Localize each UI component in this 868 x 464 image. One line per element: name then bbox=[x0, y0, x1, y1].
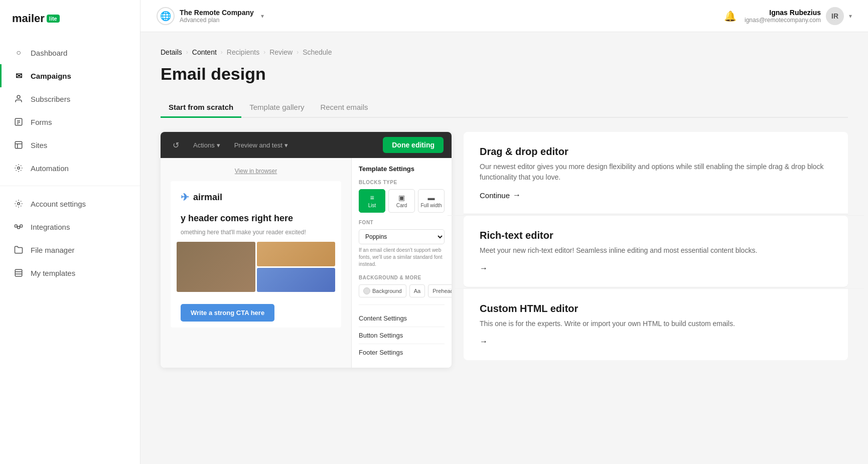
sidebar: mailer lite ○ Dashboard ✉ Campaigns Subs… bbox=[0, 0, 140, 464]
sidebar-item-label: Campaigns bbox=[31, 72, 71, 80]
my-templates-icon bbox=[14, 268, 24, 278]
block-type-card-label: Card bbox=[396, 203, 407, 208]
company-selector[interactable]: 🌐 The Remote Company Advanced plan ▾ bbox=[157, 7, 264, 25]
background-button[interactable]: Background bbox=[359, 284, 406, 297]
sidebar-item-label: Automation bbox=[31, 164, 69, 173]
undo-button[interactable]: ↺ bbox=[169, 138, 183, 152]
tabs: Start from scratch Template gallery Rece… bbox=[161, 98, 848, 118]
breadcrumb-sep-4: › bbox=[297, 49, 299, 56]
file-manager-icon bbox=[14, 245, 24, 255]
preheader-button[interactable]: Preheader bbox=[428, 284, 452, 297]
email-logo-name: airmail bbox=[193, 192, 222, 203]
breadcrumb-details[interactable]: Details bbox=[161, 48, 182, 56]
page-body: Details › Content › Recipients › Review … bbox=[140, 32, 868, 464]
topbar-right: 🔔 Ignas Rubezius ignas@remotecompany.com… bbox=[724, 7, 852, 25]
rich-text-arrow-icon: → bbox=[480, 264, 488, 273]
actions-chevron-icon: ▾ bbox=[217, 141, 220, 149]
font-select[interactable]: Poppins bbox=[359, 229, 445, 244]
sidebar-item-integrations[interactable]: Integrations bbox=[0, 215, 140, 238]
automation-icon bbox=[14, 163, 24, 173]
bg-more-label: BACKGROUND & MORE bbox=[359, 275, 445, 280]
company-name: The Remote Company bbox=[180, 9, 254, 17]
bg-more-section: BACKGROUND & MORE Background Aa bbox=[359, 275, 445, 297]
preview-card: ↺ Actions ▾ Preview and test ▾ Done edit… bbox=[161, 132, 452, 368]
custom-html-desc: This one is for the experts. Write or im… bbox=[480, 319, 832, 329]
actions-button[interactable]: Actions ▾ bbox=[189, 139, 224, 151]
text-style-label: Aa bbox=[414, 288, 420, 294]
sidebar-item-forms[interactable]: Forms bbox=[0, 110, 140, 133]
blocks-type-selector: ≡ List ▣ Card ▬ Full width bbox=[359, 189, 445, 213]
block-type-card[interactable]: ▣ Card bbox=[388, 189, 415, 213]
svg-point-0 bbox=[17, 95, 20, 98]
bell-icon[interactable]: 🔔 bbox=[724, 10, 737, 22]
nav-divider bbox=[0, 186, 140, 186]
email-cta-button[interactable]: Write a strong CTA here bbox=[181, 304, 274, 322]
settings-divider bbox=[359, 304, 445, 305]
sidebar-item-my-templates[interactable]: My templates bbox=[0, 261, 140, 284]
email-image-2 bbox=[257, 242, 336, 266]
content-settings-item[interactable]: Content Settings bbox=[359, 310, 445, 327]
svg-rect-15 bbox=[15, 269, 22, 276]
sidebar-item-label: Subscribers bbox=[31, 95, 70, 103]
breadcrumb-recipients[interactable]: Recipients bbox=[227, 48, 259, 56]
globe-icon: 🌐 bbox=[157, 7, 175, 25]
subscribers-icon bbox=[14, 94, 24, 104]
custom-html-continue-link[interactable]: → bbox=[480, 337, 832, 346]
sidebar-item-automation[interactable]: Automation bbox=[0, 157, 140, 180]
sidebar-item-campaigns[interactable]: ✉ Campaigns bbox=[0, 64, 140, 87]
bg-more-buttons: Background Aa Preheader bbox=[359, 284, 445, 297]
breadcrumb-sep-3: › bbox=[263, 49, 265, 56]
sidebar-item-account-settings[interactable]: Account settings bbox=[0, 192, 140, 215]
block-type-list-label: List bbox=[368, 203, 376, 208]
rich-text-editor-option: Rich-text editor Meet your new rich-text… bbox=[464, 216, 848, 287]
tab-start-from-scratch[interactable]: Start from scratch bbox=[161, 98, 241, 118]
sidebar-item-file-manager[interactable]: File manager bbox=[0, 238, 140, 261]
block-type-full-width[interactable]: ▬ Full width bbox=[418, 189, 445, 213]
logo[interactable]: mailer lite bbox=[12, 12, 128, 25]
forms-icon bbox=[14, 117, 24, 127]
footer-settings-item[interactable]: Footer Settings bbox=[359, 344, 445, 361]
sidebar-item-subscribers[interactable]: Subscribers bbox=[0, 87, 140, 110]
sites-icon bbox=[14, 140, 24, 150]
breadcrumb: Details › Content › Recipients › Review … bbox=[161, 48, 848, 56]
email-content: ✈ airmail y header comes right here omet… bbox=[171, 181, 341, 328]
drag-drop-continue-link[interactable]: Continue → bbox=[480, 191, 832, 200]
svg-line-14 bbox=[20, 226, 20, 227]
dashboard-icon: ○ bbox=[14, 48, 24, 58]
sidebar-item-label: Forms bbox=[31, 118, 52, 126]
sidebar-item-label: Sites bbox=[31, 141, 47, 149]
svg-rect-11 bbox=[20, 225, 23, 227]
template-settings-title: Template Settings bbox=[359, 165, 445, 173]
done-editing-button[interactable]: Done editing bbox=[383, 137, 444, 153]
preview-label: Preview and test bbox=[234, 141, 282, 149]
breadcrumb-schedule[interactable]: Schedule bbox=[303, 48, 332, 56]
drag-drop-continue-label: Continue bbox=[480, 191, 510, 200]
tab-recent-emails[interactable]: Recent emails bbox=[312, 98, 376, 118]
custom-html-title: Custom HTML editor bbox=[480, 303, 832, 315]
svg-rect-5 bbox=[15, 141, 22, 148]
email-logo: ✈ airmail bbox=[171, 181, 341, 213]
block-type-full-width-label: Full width bbox=[420, 203, 442, 208]
company-chevron-icon: ▾ bbox=[261, 13, 264, 20]
editor-toolbar: ↺ Actions ▾ Preview and test ▾ Done edit… bbox=[161, 132, 452, 158]
breadcrumb-content[interactable]: Content bbox=[192, 48, 217, 56]
preview-test-button[interactable]: Preview and test ▾ bbox=[230, 139, 292, 151]
breadcrumb-review[interactable]: Review bbox=[269, 48, 293, 56]
preview-body: View in browser ✈ airmail y header comes… bbox=[161, 158, 452, 368]
user-info[interactable]: Ignas Rubezius ignas@remotecompany.com I… bbox=[745, 7, 852, 25]
rich-text-continue-link[interactable]: → bbox=[480, 264, 832, 273]
list-icon: ≡ bbox=[361, 194, 383, 202]
sidebar-item-sites[interactable]: Sites bbox=[0, 133, 140, 157]
view-in-browser-link[interactable]: View in browser bbox=[235, 168, 277, 175]
sidebar-item-label: Account settings bbox=[31, 200, 86, 208]
sidebar-item-dashboard[interactable]: ○ Dashboard bbox=[0, 41, 140, 64]
campaigns-icon: ✉ bbox=[14, 71, 24, 81]
svg-point-9 bbox=[18, 203, 20, 205]
block-type-list[interactable]: ≡ List bbox=[359, 189, 385, 213]
sidebar-nav: ○ Dashboard ✉ Campaigns Subscribers Form… bbox=[0, 41, 140, 284]
tab-template-gallery[interactable]: Template gallery bbox=[241, 98, 312, 118]
button-settings-item[interactable]: Button Settings bbox=[359, 327, 445, 344]
email-logo-icon: ✈ bbox=[181, 191, 189, 203]
actions-label: Actions bbox=[193, 141, 215, 149]
text-style-button[interactable]: Aa bbox=[409, 284, 425, 297]
